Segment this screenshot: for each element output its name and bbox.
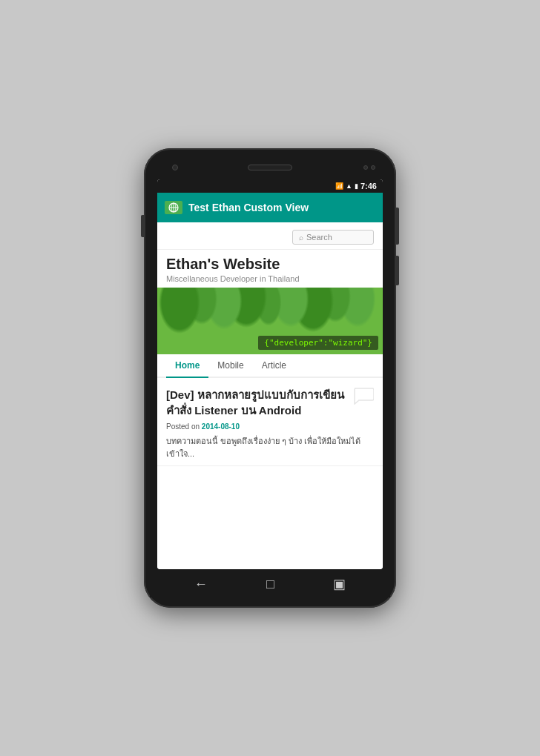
web-header: ⌕ Search [157,222,383,250]
blog-post-header: [Dev] หลากหลายรูปแบบกับการเขียนคำสั่ง Li… [166,387,374,418]
search-placeholder: Search [306,233,332,242]
nav-item-home[interactable]: Home [166,354,208,378]
wifi-icon: 📶 [335,182,343,190]
nav-bar: Home Mobile Article [157,354,383,378]
volume-button[interactable] [141,215,144,237]
post-excerpt: บทความตอนนี้ ขอพูดถึงเรื่องง่าย ๆ บ้าง เ… [166,435,374,460]
back-button[interactable]: ← [194,577,208,592]
status-bar: 📶 ▲ ▮ 7:46 [157,179,383,193]
battery-icon: ▮ [355,182,358,190]
hero-code-text: {"developer":"wizard"} [258,336,378,350]
search-box[interactable]: ⌕ Search [292,230,374,245]
signal-icon: ▲ [346,182,352,190]
phone-device: 📶 ▲ ▮ 7:46 Test Ethan Custom View [144,148,396,608]
home-button[interactable]: □ [266,577,274,592]
sensor-area [363,165,375,170]
phone-top-bar [150,157,390,178]
status-time: 7:46 [360,182,377,190]
status-icons: 📶 ▲ ▮ 7:46 [335,182,377,190]
search-icon: ⌕ [299,233,303,242]
site-subtitle: Miscellaneous Developer in Thailand [166,274,374,283]
app-bar: Test Ethan Custom View [157,193,383,222]
site-title-section: Ethan's Website Miscellaneous Developer … [157,250,383,288]
app-bar-title: Test Ethan Custom View [188,202,375,213]
phone-bottom-bar: ← □ ▣ [150,571,390,597]
earpiece-speaker [248,165,292,170]
post-date[interactable]: 2014-08-10 [202,422,240,431]
web-content[interactable]: ⌕ Search Ethan's Website Miscellaneous D… [157,222,383,569]
post-meta-prefix: Posted on [166,422,200,431]
power-button[interactable] [396,208,399,245]
nav-item-mobile[interactable]: Mobile [208,354,252,378]
blog-post: [Dev] หลากหลายรูปแบบกับการเขียนคำสั่ง Li… [157,378,383,466]
app-icon [165,201,182,214]
comment-icon [353,387,374,405]
post-meta: Posted on 2014-08-10 [166,422,374,431]
hero-banner: {"developer":"wizard"} [157,288,383,354]
nav-item-article[interactable]: Article [253,354,295,378]
volume-down-button[interactable] [396,256,399,285]
front-camera [172,165,178,170]
site-title: Ethan's Website [166,256,374,273]
phone-screen: 📶 ▲ ▮ 7:46 Test Ethan Custom View [157,179,383,569]
blog-post-title[interactable]: [Dev] หลากหลายรูปแบบกับการเขียนคำสั่ง Li… [166,387,353,418]
recents-button[interactable]: ▣ [333,576,346,592]
